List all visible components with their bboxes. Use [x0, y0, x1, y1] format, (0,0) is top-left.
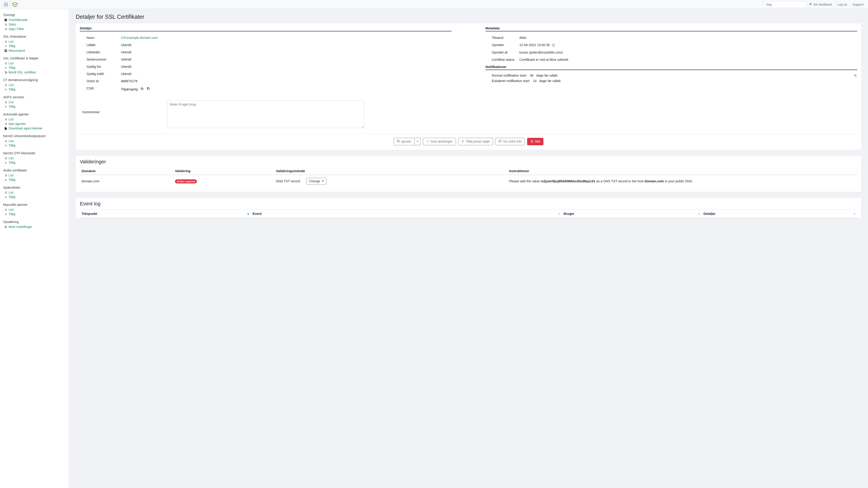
ignore-dropdown-toggle[interactable]: [414, 138, 421, 145]
sidebar-item-label: List: [8, 100, 13, 104]
grid-icon: [4, 49, 7, 52]
nav-toggle-button[interactable]: [2, 1, 10, 8]
window-icon: [498, 140, 502, 143]
sidebar-item[interactable]: Tilføj: [3, 177, 66, 182]
col-details[interactable]: Detaljer: [702, 209, 857, 218]
plus-icon: [4, 44, 7, 48]
nav-support-label: Support: [852, 3, 864, 6]
sidebar-item[interactable]: Tilføj: [3, 212, 66, 217]
sidebar-item-label: Bestil SSL certifikat: [8, 70, 36, 74]
sidebar-item[interactable]: List: [3, 117, 66, 122]
list-icon: [4, 40, 7, 43]
created-value: 12-04-2022 13:00:35: [520, 43, 550, 47]
val-domain: domain.com: [80, 175, 173, 187]
cert-status-value: Certifikatet er ved at blive udstedt.: [520, 58, 857, 61]
sidebar-item[interactable]: List: [3, 207, 66, 212]
sidebar-item[interactable]: Bestil SSL certifikat: [3, 70, 66, 74]
col-method[interactable]: Valideringsmetode: [274, 167, 507, 175]
sidebar-item[interactable]: List: [3, 173, 66, 177]
svg-point-39: [6, 73, 7, 74]
comment-textarea[interactable]: [167, 101, 364, 128]
expiry-value: Ukendt: [121, 43, 452, 47]
trash-icon: [530, 140, 533, 143]
sort-icon: [247, 213, 249, 215]
ignore-button[interactable]: Ignorer: [394, 138, 414, 145]
val-host: domain.com: [645, 180, 664, 183]
sidebar-item[interactable]: Masseopret: [3, 48, 66, 53]
sidebar-item[interactable]: List: [3, 139, 66, 143]
plus-icon: [4, 195, 7, 199]
sort-icon: [854, 213, 855, 215]
serial-value: Ukendt: [121, 58, 452, 61]
sidebar-item-label: Tilføj: [8, 44, 16, 48]
sidebar-item[interactable]: Tilføj: [3, 87, 66, 92]
sidebar-item[interactable]: List: [3, 100, 66, 104]
change-method-button[interactable]: Change: [307, 178, 327, 185]
sidebar-item-label: Søg / Filter: [8, 27, 24, 31]
nav-logout-link[interactable]: Log ud: [835, 0, 850, 9]
sidebar-item[interactable]: Tilføj: [3, 44, 66, 48]
sidebar-item[interactable]: Overbliksside: [3, 18, 66, 22]
cert-name-link[interactable]: CN:example.domain.com: [121, 36, 158, 39]
sidebar-section-title: Andre certifikater: [3, 168, 66, 172]
copy-icon[interactable]: [140, 87, 144, 91]
col-instructions[interactable]: Instruktioner: [507, 167, 857, 175]
sidebar-item[interactable]: Søg / Filter: [3, 27, 66, 31]
sidebar-item[interactable]: List: [3, 83, 66, 87]
help-icon[interactable]: [552, 43, 555, 47]
sidebar-item[interactable]: Download agent klienter: [3, 126, 66, 131]
save-button[interactable]: Gem ændringer: [423, 138, 456, 145]
sidebar-item[interactable]: Nye agenter: [3, 122, 66, 126]
col-domain[interactable]: Domæne: [80, 167, 173, 175]
details-heading: Detaljer: [80, 26, 452, 31]
order-id-label: Ordre id:: [80, 79, 121, 83]
sidebar-item[interactable]: List: [3, 39, 66, 44]
sidebar-section-title: SSL forbindelser: [3, 35, 66, 38]
sidebar-item[interactable]: Tilføj: [3, 143, 66, 148]
sidebar-item[interactable]: Stats: [3, 22, 66, 27]
sidebar-item[interactable]: Tilføj: [3, 160, 66, 165]
col-validation[interactable]: Validering: [173, 167, 274, 175]
plus-icon: [4, 105, 7, 108]
sidebar-item[interactable]: Tilføj: [3, 195, 66, 199]
svg-point-114: [553, 46, 554, 46]
valid-from-label: Gyldig fra:: [80, 65, 121, 68]
issuer-label: Udsteder:: [80, 51, 121, 54]
sidebar-section-title: SSL Certifikater & Nøgler: [3, 57, 66, 60]
list-icon: [4, 101, 7, 104]
download-csr-icon[interactable]: [146, 87, 150, 91]
sidebar-item-label: Overbliksside: [8, 18, 28, 22]
gear-icon[interactable]: [854, 74, 857, 78]
sidebar-item[interactable]: List: [3, 156, 66, 160]
valid-until-label: Gyldig indtil:: [80, 72, 121, 76]
sidebar-item[interactable]: List: [3, 190, 66, 195]
sidebar-item[interactable]: Mine indstillinger: [3, 225, 66, 229]
sort-icon: [558, 213, 560, 215]
sidebar: OversigtOverblikssideStatsSøg / FilterSS…: [0, 9, 69, 488]
sidebar-item-label: Tilføj: [8, 66, 16, 70]
sidebar-item[interactable]: Tilføj: [3, 104, 66, 109]
plus-icon: [4, 144, 7, 147]
sidebar-item-label: Tilføj: [8, 105, 16, 108]
nav-support-link[interactable]: Support: [850, 0, 866, 9]
eventlog-table: Tidspunkt Event Bruger Detaljer: [80, 209, 857, 218]
metadata-column: Metadata Tilstand: Aktiv Oprettet: 12-04…: [486, 26, 857, 93]
save-label: Gem ændringer: [431, 140, 453, 143]
delete-button[interactable]: Slet: [527, 138, 544, 145]
plus-icon: [4, 88, 7, 91]
global-search-input[interactable]: [763, 1, 806, 8]
sidebar-item-label: List: [8, 191, 13, 194]
svg-point-116: [462, 141, 463, 142]
col-user[interactable]: Bruger: [562, 209, 702, 218]
col-time[interactable]: Tidspunkt: [80, 209, 251, 218]
svg-rect-26: [4, 50, 5, 51]
app-logo[interactable]: [12, 2, 18, 7]
sidebar-item-label: List: [8, 139, 13, 143]
order-info-button[interactable]: Vis ordre info: [495, 138, 525, 145]
col-event[interactable]: Event: [251, 209, 562, 218]
sidebar-item[interactable]: Tilføj: [3, 66, 66, 70]
add-private-key-button[interactable]: Tilføj privat nøgle: [458, 138, 493, 145]
sidebar-item[interactable]: List: [3, 61, 66, 66]
svg-rect-28: [4, 51, 5, 52]
nav-feedback-link[interactable]: Giv feedback: [806, 0, 835, 9]
